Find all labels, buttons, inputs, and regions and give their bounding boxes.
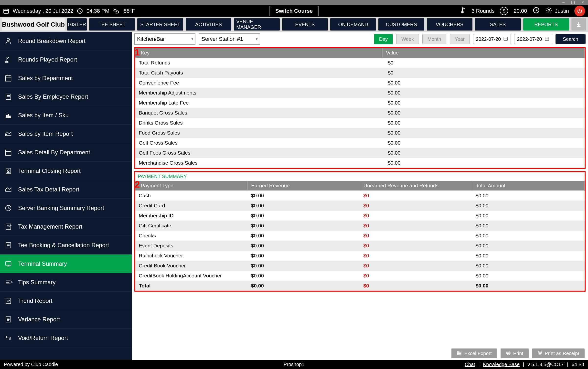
cell-unearned: $0 xyxy=(360,211,472,221)
cell-value: $0.00 xyxy=(382,108,584,118)
nav-tab-vouchers[interactable]: VOUCHERS xyxy=(427,18,472,31)
sidebar-item-label: Terminal Summary xyxy=(18,260,67,267)
sidebar-item-tips-summary[interactable]: $Tips Summary xyxy=(0,273,132,292)
temp-text: 88°F xyxy=(124,8,135,14)
cell-type: Raincheck Voucher xyxy=(135,251,248,261)
table-total-row: Total$0.00$0$0.00 xyxy=(135,281,585,291)
close-button[interactable]: ✕ xyxy=(580,0,586,5)
cell-key: Membership Late Fee xyxy=(135,98,382,108)
sidebar-item-terminal-closing-report[interactable]: Terminal Closing Report xyxy=(0,162,132,180)
sidebar-item-sales-detail-by-department[interactable]: Sales Detail By Department xyxy=(0,143,132,162)
sidebar-item-rounds-played-report[interactable]: Rounds Played Report xyxy=(0,50,132,69)
sidebar-item-round-breakdown-report[interactable]: Round Breakdown Report xyxy=(0,32,132,50)
switch-course-button[interactable]: Switch Course xyxy=(269,6,319,16)
nav-tab-venue-manager[interactable]: VENUE MANAGER xyxy=(234,18,279,31)
cell-earned: $0.00 xyxy=(248,261,360,271)
cell-type: Credit Card xyxy=(135,201,248,211)
cell-unearned: $0 xyxy=(360,251,472,261)
date-from-input[interactable]: 2022-07-20 xyxy=(473,34,511,44)
nav-tab-activities[interactable]: ACTIVITIES xyxy=(186,18,231,31)
nav-tab-sales[interactable]: SALES xyxy=(475,18,521,31)
station-dropdown-value: Server Station #1 xyxy=(202,36,243,42)
sidebar-item-label: Void/Return Report xyxy=(18,335,68,341)
sidebar-item-void-return-report[interactable]: $Void/Return Report xyxy=(0,329,132,347)
svg-rect-63 xyxy=(545,37,549,40)
history-icon[interactable] xyxy=(533,7,540,15)
sidebar-item-icon xyxy=(3,74,13,82)
power-button[interactable] xyxy=(574,6,585,16)
cell-value: $0.00 xyxy=(382,98,584,108)
location-dropdown[interactable]: Kitchen/Bar ▼ xyxy=(134,33,195,45)
sidebar-item-server-banking-summary-report[interactable]: Server Banking Summary Report xyxy=(0,199,132,217)
svg-point-33 xyxy=(7,134,7,135)
cell-earned: $0.00 xyxy=(248,241,360,251)
station-dropdown[interactable]: Server Station #1 ▼ xyxy=(199,33,260,45)
table-row: Cash$0.00$0$0.00 xyxy=(135,191,585,201)
chevron-down-icon: ▼ xyxy=(255,37,258,41)
sidebar-item-label: Sales Detail By Department xyxy=(18,149,90,156)
excel-export-button[interactable]: Excel Export xyxy=(451,348,497,358)
cell-unearned: $0 xyxy=(360,201,472,211)
sidebar-item-sales-by-item-report[interactable]: Sales by Item Report xyxy=(0,125,132,143)
range-year-button[interactable]: Year xyxy=(450,34,470,44)
table-row: CreditBook HoldingAccount Voucher$0.00$0… xyxy=(135,271,585,281)
nav-tab-customers[interactable]: CUSTOMERS xyxy=(378,18,424,31)
cell-value: $0.00 xyxy=(382,158,584,168)
svg-rect-65 xyxy=(458,351,461,355)
sidebar-item-tax-management-report[interactable]: TAXTax Management Report xyxy=(0,217,132,236)
nav-tab-reports[interactable]: REPORTS xyxy=(523,18,569,31)
svg-text:$: $ xyxy=(9,336,11,340)
nav-scroll-right[interactable] xyxy=(571,18,586,31)
sidebar-item-icon xyxy=(3,167,13,175)
sidebar-item-terminal-summary[interactable]: Terminal Summary xyxy=(0,254,132,273)
table-row: Raincheck Voucher$0.00$0$0.00 xyxy=(135,251,585,261)
range-month-button[interactable]: Month xyxy=(422,34,446,44)
main-content: Kitchen/Bar ▼ Server Station #1 ▼ Day We… xyxy=(132,32,588,360)
svg-point-14 xyxy=(548,9,550,11)
col-total: Total Amount xyxy=(472,181,585,191)
range-week-button[interactable]: Week xyxy=(396,34,419,44)
search-button[interactable]: Search xyxy=(556,34,586,44)
nav-tab-register-partial[interactable]: GISTER xyxy=(67,18,87,31)
sidebar-item-sales-by-employee-report[interactable]: Sales By Employee Report xyxy=(0,87,132,106)
table-row: Credit Card$0.00$0$0.00 xyxy=(135,201,585,211)
sidebar-item-sales-tax-detail-report[interactable]: Sales Tax Detail Report xyxy=(0,180,132,199)
print-button[interactable]: Print xyxy=(501,348,529,358)
receipt-icon xyxy=(537,350,542,357)
sidebar-item-label: Variance Report xyxy=(18,316,60,323)
cell-type: Membership ID xyxy=(135,211,248,221)
table-row: Membership Adjustments$0.00 xyxy=(135,88,585,98)
sidebar-item-label: Sales by Department xyxy=(18,75,73,82)
print-receipt-button[interactable]: Print as Receipt xyxy=(532,348,585,358)
sidebar-item-icon: $ xyxy=(3,334,13,342)
minimize-button[interactable]: ─ xyxy=(560,0,567,5)
sidebar-item-sales-by-department[interactable]: Sales by Department xyxy=(0,69,132,87)
cell-key: Golf Fees Gross Sales xyxy=(135,148,382,158)
nav-tab-starter-sheet[interactable]: STARTER SHEET xyxy=(137,18,183,31)
sidebar-item-sales-by-item-sku[interactable]: Sales by Item / Sku xyxy=(0,106,132,125)
svg-rect-16 xyxy=(577,26,580,27)
maximize-button[interactable] xyxy=(570,0,576,5)
footer-kb-link[interactable]: Knowledge Base xyxy=(483,362,520,367)
nav-tab-tee-sheet[interactable]: TEE SHEET xyxy=(89,18,135,31)
cell-total: $0.00 xyxy=(472,261,585,271)
sidebar-item-tee-booking-cancellation-report[interactable]: Tee Booking & Cancellation Report xyxy=(0,236,132,254)
sidebar-item-trend-report[interactable]: Trend Report xyxy=(0,292,132,310)
range-day-button[interactable]: Day xyxy=(374,34,393,44)
footer-chat-link[interactable]: Chat xyxy=(465,362,475,367)
cell-total: $0.00 xyxy=(472,221,585,231)
date-to-value: 2022-07-20 xyxy=(517,36,542,42)
nav-tab-on-demand[interactable]: ON DEMAND xyxy=(330,18,376,31)
calendar-icon xyxy=(545,36,549,42)
cell-earned: $0.00 xyxy=(248,201,360,211)
sidebar-item-variance-report[interactable]: Variance Report xyxy=(0,310,132,329)
cell-earned: $0.00 xyxy=(248,271,360,281)
cell-type: Cash xyxy=(135,191,248,201)
date-to-input[interactable]: 2022-07-20 xyxy=(514,34,552,44)
svg-point-8 xyxy=(114,9,116,11)
nav-tab-events[interactable]: EVENTS xyxy=(282,18,328,31)
cell-total: $0.00 xyxy=(472,211,585,221)
col-earned: Earned Revenue xyxy=(248,181,360,191)
location-dropdown-value: Kitchen/Bar xyxy=(137,36,165,42)
gear-icon[interactable] xyxy=(545,7,553,15)
